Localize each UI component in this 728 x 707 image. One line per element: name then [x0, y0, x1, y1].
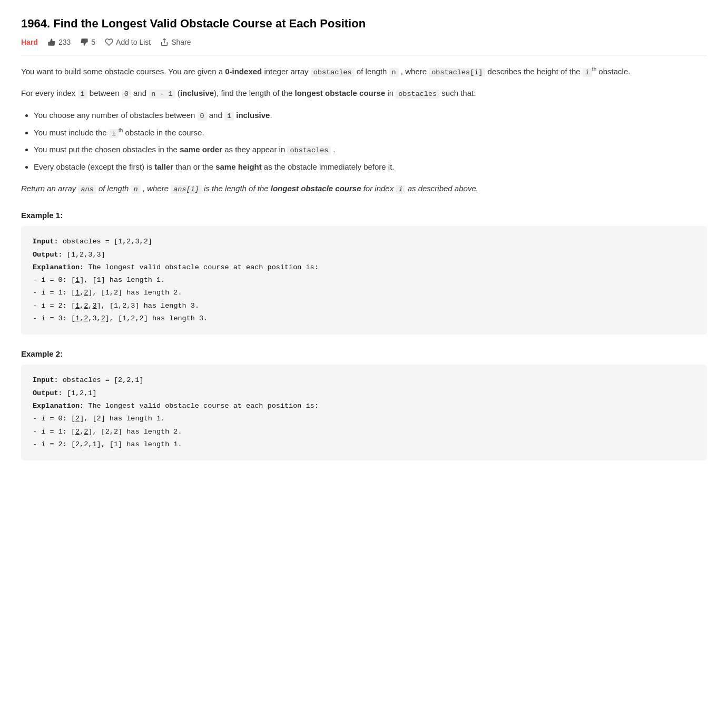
share-label: Share: [171, 38, 191, 46]
example-1: Example 1: Input: obstacles = [1,2,3,2] …: [21, 211, 707, 335]
thumbs-down-icon: [80, 38, 88, 46]
description-para2: For every index i between 0 and n - 1 (i…: [21, 86, 707, 101]
example-2-title: Example 2:: [21, 349, 707, 358]
bullet-list: You choose any number of obstacles betwe…: [34, 108, 707, 174]
problem-description: You want to build some obstacle courses.…: [21, 65, 707, 196]
description-para1: You want to build some obstacle courses.…: [21, 65, 707, 79]
example-1-code: Input: obstacles = [1,2,3,2] Output: [1,…: [21, 226, 707, 335]
bullet-4: Every obstacle (except the first) is tal…: [34, 160, 707, 175]
thumbs-up-icon: [47, 38, 56, 46]
return-description: Return an array ans of length n , where …: [21, 182, 707, 196]
bullet-2: You must include the ith obstacle in the…: [34, 125, 707, 141]
difficulty-badge: Hard: [21, 38, 38, 46]
problem-title: 1964. Find the Longest Valid Obstacle Co…: [21, 17, 707, 31]
meta-row: Hard 233 5 Add to List Share: [21, 38, 707, 55]
downvote-button[interactable]: 5: [80, 38, 95, 46]
upvote-count: 233: [58, 38, 71, 46]
example-2-code: Input: obstacles = [2,2,1] Output: [1,2,…: [21, 365, 707, 460]
bullet-1: You choose any number of obstacles betwe…: [34, 108, 707, 123]
example-2: Example 2: Input: obstacles = [2,2,1] Ou…: [21, 349, 707, 460]
heart-icon: [105, 38, 113, 46]
downvote-count: 5: [91, 38, 95, 46]
example-1-title: Example 1:: [21, 211, 707, 220]
bullet-3: You must put the chosen obstacles in the…: [34, 142, 707, 158]
upvote-button[interactable]: 233: [47, 38, 71, 46]
share-icon: [160, 38, 169, 46]
add-to-list-button[interactable]: Add to List: [105, 38, 151, 46]
add-to-list-label: Add to List: [116, 38, 151, 46]
share-button[interactable]: Share: [160, 38, 191, 46]
